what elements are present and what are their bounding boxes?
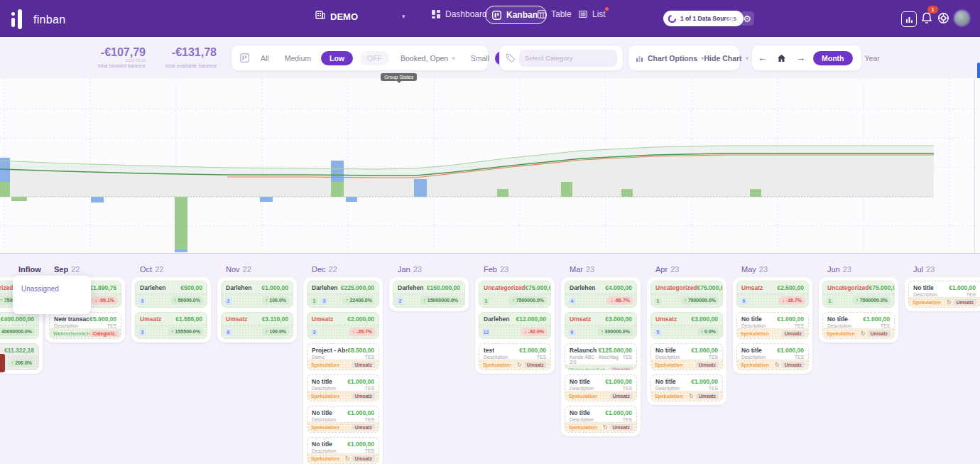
kanban-group-card[interactable]: Umsatz €2.000,00 3 ↓ -35.7% — [307, 312, 379, 339]
filter-all[interactable]: All — [261, 54, 269, 63]
tab-table[interactable]: Table — [538, 9, 572, 19]
state-select[interactable]: Booked, Open ▾ — [401, 54, 455, 63]
kanban-column-header[interactable]: May23 — [741, 265, 768, 274]
card-description: Description — [312, 386, 336, 391]
arrow-left-icon[interactable]: ← — [758, 53, 767, 63]
chevron-down-icon: ▾ — [402, 13, 405, 20]
tab-dashboard[interactable]: Dashboard — [432, 9, 487, 19]
card-description: Description — [655, 386, 680, 391]
select-category-input[interactable] — [519, 50, 617, 67]
kanban-group-card[interactable]: Darlehen €500,00 3 ↑ 50000.0% — [135, 281, 207, 308]
kanban-group-card[interactable]: Uncategorized €75.000,00 1 ↑ 7500000.0% — [479, 281, 551, 308]
kanban-group-card[interactable]: Darlehen €225.000,00 13 ↑ 22400.0% — [307, 281, 379, 308]
kanban-column-header[interactable]: Feb23 — [484, 265, 508, 274]
kanban-transaction-card[interactable]: No title €1.000,00 DescriptionTES Spekul… — [307, 437, 379, 464]
percent-badge: ↓ -35.7% — [349, 328, 376, 336]
kanban-transaction-card[interactable]: No title €1.000,00 DescriptionTES Spekul… — [736, 343, 809, 370]
kanban-column-header[interactable]: Mar23 — [570, 265, 594, 274]
count-badge: 2 — [396, 297, 404, 305]
card-amount: €1.000,00 — [777, 347, 804, 354]
card-title: test — [484, 347, 494, 354]
kanban-column: Darlehen €500,00 3 ↑ 50000.0% Umsatz €1.… — [131, 277, 211, 342]
booked-balance: -€107,79 2022-09-25 total booked balance — [86, 47, 146, 69]
card-description: Demo — [312, 355, 325, 360]
settings-gear-icon[interactable]: ⚙ — [740, 11, 754, 26]
kanban-group-card[interactable]: Darlehen €150.000,00 2 ↑ 15000000.0% — [393, 281, 465, 308]
period-month[interactable]: Month — [813, 51, 853, 65]
kanban-transaction-card[interactable]: Project - Absch €8.500,00 DemoTES Spekul… — [307, 343, 379, 370]
dashboard-icon — [432, 10, 440, 18]
card-amount: €4.000,00 — [605, 284, 632, 291]
kanban-transaction-card[interactable]: No title €1.000,00 DescriptionTES Spekul… — [650, 374, 723, 401]
tab-list[interactable]: List — [579, 9, 606, 19]
workspace-selector[interactable]: DEMO ▾ — [315, 10, 358, 23]
card-ref: TES — [967, 292, 976, 297]
kanban-transaction-card[interactable]: No title €1.000,00 DescriptionTES Spekul… — [822, 312, 895, 339]
card-state: Spekulation — [311, 425, 339, 430]
card-description: Description — [484, 355, 508, 360]
kanban-transaction-card[interactable]: test €1.000,00 DescriptionTES Spekulatio… — [479, 343, 551, 370]
arrow-right-icon[interactable]: → — [796, 53, 805, 63]
add-datasource-button[interactable]: + — [725, 12, 738, 25]
card-amount: €1.000,00 — [347, 441, 374, 448]
kanban-column-header[interactable]: Jul23 — [913, 265, 935, 274]
avatar[interactable] — [953, 9, 971, 27]
count-badge: 4 — [568, 297, 576, 305]
brand[interactable]: finban — [11, 8, 65, 29]
card-title: Uncategorized — [827, 284, 869, 291]
stats-icon[interactable] — [901, 11, 917, 27]
card-state: Spekulation — [655, 362, 683, 367]
filter-low[interactable]: Low — [321, 51, 353, 65]
chart-options-dropdown[interactable]: Chart Options ▾ — [636, 54, 704, 63]
category-tag: Umsatz — [782, 362, 805, 368]
kanban-column-header[interactable]: Inflow — [18, 265, 41, 274]
kanban-column-header[interactable]: Jan23 — [398, 265, 422, 274]
card-amount: €2.000,00 — [347, 315, 374, 323]
kanban-column-header[interactable]: Nov22 — [226, 265, 251, 274]
percent-badge: ↑ 7500000.0% — [680, 296, 719, 305]
kanban-group-card[interactable]: Uncategorized €75.000,00 1 ↑ 7500000.0% — [650, 281, 723, 308]
filter-off[interactable]: OFF — [360, 51, 389, 65]
kanban-group-card[interactable]: Umsatz €3.000,00 6 ↑ 300000.0% — [565, 312, 637, 339]
kanban-group-card[interactable]: Umsatz €1.555,00 3 ↑ 155500.0% — [135, 312, 207, 339]
kanban-group-card[interactable]: Umsatz €2.500,00 6 ↓ -16.7% — [736, 281, 809, 308]
kanban-group-card[interactable]: Darlehen €1.000,00 2 ↑ 100.0% — [221, 281, 293, 308]
help-buoy-icon[interactable] — [936, 11, 950, 25]
card-title: Umsatz — [570, 315, 591, 323]
kanban-column-header[interactable]: Dec22 — [312, 265, 337, 274]
kanban-group-card[interactable]: €400.000,00 ↑ 40000000.0% — [0, 312, 39, 339]
card-amount: €2.500,00 — [777, 284, 804, 291]
count-badge: 6 — [740, 297, 748, 305]
kanban-group-card[interactable]: Uncategorized €75.000,00 1 ↑ 7500000.0% — [822, 281, 895, 308]
kanban-group-card[interactable]: Darlehen €4.000,00 4 ↓ -66.7% — [565, 281, 637, 308]
filter-medium[interactable]: Medium — [285, 54, 311, 63]
kanban-transaction-card[interactable]: No title €1.000,00 DescriptionTES Spekul… — [565, 374, 637, 401]
card-title: Darlehen — [226, 284, 251, 291]
chevron-down-icon: ▾ — [746, 55, 749, 62]
kanban-transaction-card[interactable]: No title €1.000,00 DescriptionTES Spekul… — [307, 406, 379, 433]
kanban-transaction-card[interactable]: No title €1.000,00 DescriptionTES Spekul… — [307, 374, 379, 401]
home-icon[interactable] — [777, 54, 786, 63]
kanban-transaction-card[interactable]: No title €1.000,00 DescriptionTES Spekul… — [650, 343, 723, 370]
kanban-column-header[interactable]: Apr23 — [655, 265, 679, 274]
kanban-column-header[interactable]: Sep22 — [54, 265, 80, 274]
category-tag: Umsatz — [524, 362, 547, 368]
kanban-transaction-card[interactable]: New transaction €5.000,00 DescriptionTES… — [49, 312, 121, 339]
kanban-group-card[interactable]: Umsatz €3.110,00 6 ↑ 100.0% — [221, 312, 293, 339]
kanban-transaction-card[interactable]: No title €1.000,00 DescriptionTES Spekul… — [565, 406, 637, 433]
kanban-transaction-card[interactable]: No title €1.000,00 DescriptionTES Spekul… — [908, 281, 980, 308]
card-description: Description — [54, 323, 78, 328]
kanban-transaction-card[interactable]: Relaunch Websi €125.000,00 Kunde ABC - A… — [565, 343, 637, 370]
kanban-transaction-card[interactable]: No title €1.000,00 DescriptionTES Spekul… — [736, 312, 809, 339]
kanban-group-card[interactable]: €11.322,18 ↑ 200.0% — [0, 343, 39, 370]
kanban-group-card[interactable]: Umsatz €3.000,00 5 ↑ 0.0% — [650, 312, 723, 339]
kanban-column-header[interactable]: Oct22 — [140, 265, 163, 274]
hide-chart-dropdown[interactable]: Hide Chart ▾ — [704, 54, 749, 63]
size-small[interactable]: Small — [471, 54, 489, 63]
card-title: Darlehen — [140, 284, 165, 291]
finban-logo-icon — [11, 8, 27, 29]
kanban-group-card[interactable]: Darlehen €12.000,00 12 ↓ -92.0% — [479, 312, 551, 339]
kanban-column-header[interactable]: Jun23 — [827, 265, 851, 274]
unassigned-popup[interactable]: Unassigned — [13, 276, 91, 314]
period-year[interactable]: Year — [865, 54, 880, 63]
